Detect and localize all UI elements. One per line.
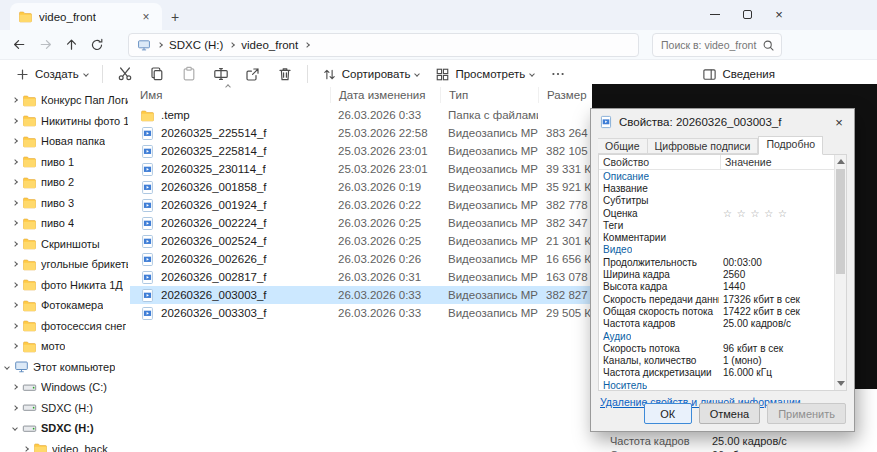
sidebar-item[interactable]: пиво 4 xyxy=(0,213,130,234)
file-row[interactable]: 20260326_002626_f 26.03.2026 0:26 Видеоз… xyxy=(130,250,592,268)
close-button[interactable]: × xyxy=(763,0,795,29)
dialog-tab[interactable]: Общие xyxy=(598,138,648,154)
folder-icon xyxy=(18,9,33,24)
file-row[interactable]: 20260326_002524_f 26.03.2026 0:25 Видеоз… xyxy=(130,232,592,250)
maximize-button[interactable] xyxy=(731,0,763,29)
rename-button[interactable] xyxy=(206,62,236,86)
file-row[interactable]: 20260325_225514_f 25.03.2026 22:58 Видео… xyxy=(130,124,592,142)
sidebar-item[interactable]: Фотокамера xyxy=(0,295,130,316)
property-row: Скорость потока 96 кбит в сек xyxy=(599,342,834,354)
ok-button[interactable]: ОК xyxy=(644,403,692,424)
file-row[interactable]: 20260326_003303_f 26.03.2026 0:33 Видеоз… xyxy=(130,304,592,322)
file-row[interactable]: 20260326_001924_f 26.03.2026 0:22 Видеоз… xyxy=(130,196,592,214)
sidebar-item[interactable]: Никитины фото 1д xyxy=(0,111,130,132)
dialog-tab-label: Общие xyxy=(605,140,640,152)
more-button[interactable] xyxy=(543,62,573,86)
paste-button[interactable] xyxy=(174,62,204,86)
dialog-close-icon[interactable]: × xyxy=(830,113,848,131)
file-row[interactable]: 20260326_001858_f 26.03.2026 0:19 Видеоз… xyxy=(130,178,592,196)
sidebar-item[interactable]: фотосессия снег xyxy=(0,316,130,337)
sidebar-item[interactable]: Новая папка xyxy=(0,131,130,152)
view-button[interactable]: Просмотреть xyxy=(428,64,541,85)
search-box[interactable] xyxy=(652,33,782,57)
sidebar-item[interactable]: SDXC (H:) xyxy=(0,418,130,439)
folder-icon xyxy=(22,134,37,149)
explorer-tab[interactable]: video_front × xyxy=(10,3,162,30)
property-row: Частота кадров 25.00 кадров/с xyxy=(599,318,834,330)
value-column-header[interactable]: Значение xyxy=(721,156,772,168)
sidebar-item[interactable]: video_back xyxy=(0,439,130,452)
property-value: 17422 кбит в сек xyxy=(719,306,834,317)
sidebar-item[interactable]: угольные брикеты xyxy=(0,254,130,275)
file-row[interactable]: 20260326_002817_f 26.03.2026 0:31 Видеоз… xyxy=(130,268,592,286)
scroll-up-icon[interactable] xyxy=(837,159,845,164)
scroll-down-icon[interactable] xyxy=(837,381,845,386)
breadcrumb-segment[interactable]: SDXC (H:) xyxy=(169,39,223,51)
column-header-name[interactable]: Имя xyxy=(130,87,330,103)
file-date: 26.03.2026 0:26 xyxy=(330,253,440,265)
property-label: Каналы, количество xyxy=(599,355,719,366)
chevron-right-icon xyxy=(12,302,18,308)
search-input[interactable] xyxy=(659,38,762,52)
property-row: Теги xyxy=(599,219,834,231)
cancel-button[interactable]: Отмена xyxy=(699,403,760,424)
sidebar-item[interactable]: Этот компьютер xyxy=(0,357,130,378)
file-name: 20260325_225514_f xyxy=(161,127,267,139)
tab-close-icon[interactable]: × xyxy=(138,9,154,25)
file-name: 20260325_225814_f xyxy=(161,145,267,157)
folder-icon xyxy=(22,93,37,108)
sidebar-item-label: Windows (C:) xyxy=(41,381,107,393)
file-list-header: Имя Дата изменения Тип Размер xyxy=(130,84,592,106)
sidebar-item[interactable]: пиво 2 xyxy=(0,172,130,193)
address-bar[interactable]: SDXC (H:) video_front xyxy=(128,33,639,57)
dialog-tab[interactable]: Цифровые подписи xyxy=(648,138,759,154)
sidebar-item[interactable]: Скриншоты xyxy=(0,234,130,255)
sidebar-item[interactable]: мото xyxy=(0,336,130,357)
column-header-date[interactable]: Дата изменения xyxy=(330,87,440,103)
file-name: 20260326_003303_f xyxy=(161,307,267,319)
minimize-button[interactable] xyxy=(699,0,731,29)
file-row[interactable]: 20260326_003003_f 26.03.2026 0:33 Видеоз… xyxy=(130,286,592,304)
maximize-icon xyxy=(743,10,752,19)
tab-title: video_front xyxy=(39,11,96,23)
up-button[interactable] xyxy=(58,32,84,58)
property-column-header[interactable]: Свойство xyxy=(599,155,721,170)
new-button[interactable]: Создать xyxy=(8,64,95,85)
forward-button[interactable] xyxy=(32,32,58,58)
dialog-titlebar[interactable]: Свойства: 20260326_003003_f × xyxy=(591,109,854,135)
file-row[interactable]: .temp 26.03.2026 0:33 Папка с файлами xyxy=(130,106,592,124)
details-pane-button[interactable]: Сведения xyxy=(695,64,782,85)
dialog-tab[interactable]: Подробно xyxy=(758,136,823,155)
sidebar-item[interactable]: пиво 1 xyxy=(0,152,130,173)
sidebar-item[interactable]: пиво 3 xyxy=(0,193,130,214)
cut-button[interactable] xyxy=(110,62,140,86)
apply-button[interactable]: Применить xyxy=(767,403,846,424)
refresh-button[interactable] xyxy=(84,32,110,58)
sidebar-item[interactable]: SDXC (H:) xyxy=(0,398,130,419)
sidebar-item[interactable]: Windows (C:) xyxy=(0,377,130,398)
copy-button[interactable] xyxy=(142,62,172,86)
sidebar-item[interactable]: фото Никита 1Д xyxy=(0,275,130,296)
file-row[interactable]: 20260325_225814_f 25.03.2026 23:01 Видео… xyxy=(130,142,592,160)
dialog-buttons: ОК Отмена Применить xyxy=(644,403,846,424)
file-row[interactable]: 20260325_230114_f 25.03.2026 23:01 Видео… xyxy=(130,160,592,178)
file-type: Видеозапись MPEG-... xyxy=(440,127,538,139)
breadcrumb-segment[interactable]: video_front xyxy=(241,39,298,51)
new-tab-button[interactable]: + xyxy=(162,3,188,30)
delete-button[interactable] xyxy=(270,62,300,86)
file-row[interactable]: 20260326_002224_f 26.03.2026 0:25 Видеоз… xyxy=(130,214,592,232)
property-row: Ширина кадра 2560 xyxy=(599,268,834,280)
scrollbar-thumb[interactable] xyxy=(836,169,845,274)
scrollbar[interactable] xyxy=(834,155,846,390)
column-header-type[interactable]: Тип xyxy=(440,87,538,103)
sidebar-item[interactable]: Конкурс Пап Логиново xyxy=(0,90,130,111)
video-file-icon xyxy=(140,234,155,249)
property-value: 2560 xyxy=(719,269,834,280)
property-label: Аудио xyxy=(599,331,631,342)
back-button[interactable] xyxy=(6,32,32,58)
property-label: Теги xyxy=(599,220,719,231)
property-value: 16.000 кГц xyxy=(719,367,834,378)
share-button[interactable] xyxy=(238,62,268,86)
sort-button[interactable]: Сортировать xyxy=(315,64,427,85)
folder-icon xyxy=(140,108,155,123)
